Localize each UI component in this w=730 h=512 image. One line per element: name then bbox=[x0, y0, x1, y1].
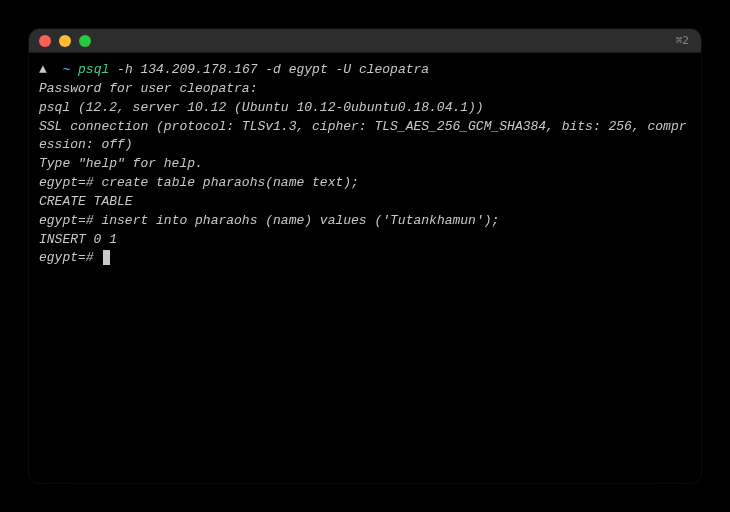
prompt-line: ▲ ~ psql -h 134.209.178.167 -d egypt -U … bbox=[39, 61, 691, 80]
sql-line: egypt=# create table pharaohs(name text)… bbox=[39, 174, 691, 193]
output-line: psql (12.2, server 10.12 (Ubuntu 10.12-0… bbox=[39, 99, 691, 118]
sql-line: egypt=# insert into pharaohs (name) valu… bbox=[39, 212, 691, 231]
prompt-cwd: ~ bbox=[62, 62, 70, 77]
terminal-window: ⌘2 ▲ ~ psql -h 134.209.178.167 -d egypt … bbox=[29, 29, 701, 483]
cursor-icon bbox=[103, 250, 110, 265]
command-name: psql bbox=[78, 62, 109, 77]
sql-statement: insert into pharaohs (name) values ('Tut… bbox=[101, 213, 499, 228]
session-indicator: ⌘2 bbox=[676, 34, 689, 47]
output-line: CREATE TABLE bbox=[39, 193, 691, 212]
output-line: Type "help" for help. bbox=[39, 155, 691, 174]
maximize-button[interactable] bbox=[79, 35, 91, 47]
close-button[interactable] bbox=[39, 35, 51, 47]
output-line: SSL connection (protocol: TLSv1.3, ciphe… bbox=[39, 118, 691, 156]
titlebar: ⌘2 bbox=[29, 29, 701, 53]
sql-line: egypt=# bbox=[39, 249, 691, 268]
prompt-triangle-icon: ▲ bbox=[39, 62, 47, 77]
output-line: INSERT 0 1 bbox=[39, 231, 691, 250]
traffic-lights bbox=[39, 35, 91, 47]
psql-prompt: egypt=# bbox=[39, 213, 101, 228]
minimize-button[interactable] bbox=[59, 35, 71, 47]
terminal-body[interactable]: ▲ ~ psql -h 134.209.178.167 -d egypt -U … bbox=[29, 53, 701, 483]
sql-statement: create table pharaohs(name text); bbox=[101, 175, 358, 190]
output-line: Password for user cleopatra: bbox=[39, 80, 691, 99]
psql-prompt: egypt=# bbox=[39, 175, 101, 190]
psql-prompt: egypt=# bbox=[39, 250, 101, 265]
command-args: -h 134.209.178.167 -d egypt -U cleopatra bbox=[117, 62, 429, 77]
